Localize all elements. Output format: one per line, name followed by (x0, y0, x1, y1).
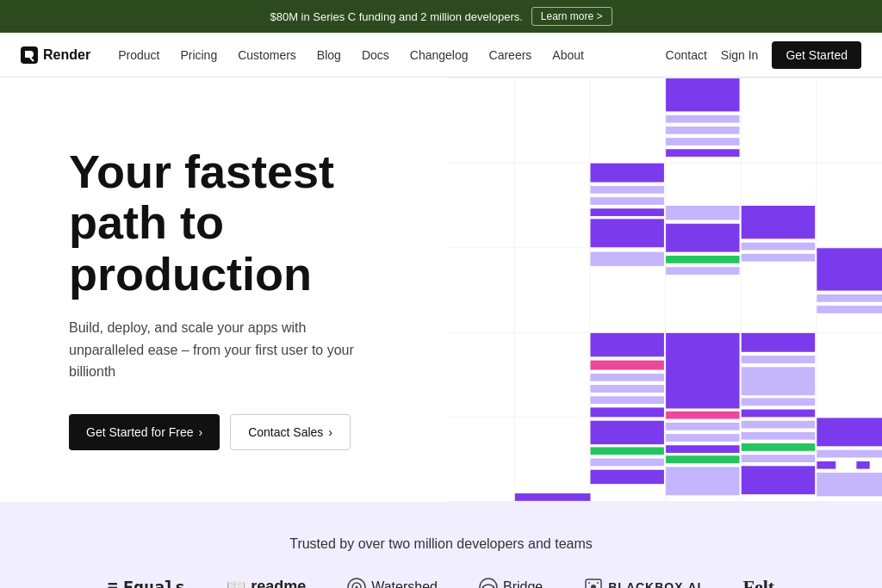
blackbox-logo: BLACKBOX.AI (584, 578, 701, 588)
svg-rect-38 (742, 254, 815, 262)
svg-rect-50 (817, 294, 882, 302)
svg-rect-15 (590, 407, 663, 417)
svg-rect-17 (590, 447, 663, 455)
svg-rect-54 (817, 461, 835, 469)
svg-rect-41 (742, 367, 815, 395)
navbar-get-started-button[interactable]: Get Started (772, 41, 861, 69)
nav-customers[interactable]: Customers (238, 48, 296, 62)
hero-buttons: Get Started for Free › Contact Sales › (69, 414, 413, 450)
svg-rect-39 (742, 333, 815, 352)
svg-rect-35 (666, 467, 739, 495)
nav-links: Product Pricing Customers Blog Docs Chan… (118, 47, 665, 63)
svg-rect-24 (666, 149, 739, 157)
render-logo-icon (21, 46, 38, 64)
readme-name: readme (251, 578, 306, 588)
svg-rect-58 (515, 493, 591, 501)
svg-rect-22 (666, 127, 739, 134)
svg-rect-34 (666, 455, 739, 463)
nav-careers[interactable]: Careers (489, 48, 532, 62)
navbar-right: Contact Sign In Get Started (666, 41, 861, 69)
svg-rect-23 (666, 138, 739, 145)
svg-rect-27 (666, 256, 739, 263)
equals-icon: ≡ (108, 577, 118, 588)
svg-rect-49 (817, 248, 882, 290)
felt-logo: Felt (742, 576, 774, 588)
logo-text: Render (43, 47, 90, 63)
svg-rect-33 (666, 445, 739, 453)
contact-link[interactable]: Contact (666, 48, 707, 62)
svg-rect-48 (742, 466, 815, 494)
equals-name: Equals (123, 577, 185, 588)
svg-rect-16 (590, 421, 663, 444)
nav-blog[interactable]: Blog (317, 48, 341, 62)
arrow-icon-secondary: › (328, 425, 332, 439)
svg-rect-43 (742, 410, 815, 418)
svg-rect-42 (742, 398, 815, 405)
bridge-logo: Bridge (479, 578, 543, 588)
svg-rect-6 (590, 197, 663, 205)
readme-logo: 📖 readme (227, 578, 306, 588)
hero-section: Your fastest path to production Build, d… (0, 77, 882, 502)
svg-rect-51 (817, 306, 882, 313)
watershed-icon (347, 578, 366, 588)
svg-rect-9 (590, 252, 663, 266)
nav-docs[interactable]: Docs (362, 48, 389, 62)
logo-link[interactable]: Render (21, 46, 90, 64)
svg-rect-19 (590, 470, 663, 484)
banner-text: $80M in Series C funding and 2 million d… (270, 10, 522, 23)
svg-rect-47 (742, 455, 815, 462)
equals-logo: ≡ Equals (108, 577, 185, 588)
svg-rect-11 (590, 361, 663, 370)
signin-link[interactable]: Sign In (721, 48, 759, 62)
svg-rect-28 (666, 267, 739, 275)
bridge-name: Bridge (503, 579, 543, 588)
bridge-icon (479, 578, 498, 588)
svg-rect-30 (666, 412, 739, 419)
contact-sales-button[interactable]: Contact Sales › (230, 414, 351, 450)
svg-rect-53 (817, 450, 882, 458)
svg-rect-21 (666, 115, 739, 123)
svg-rect-56 (856, 461, 869, 469)
nav-pricing[interactable]: Pricing (180, 48, 217, 62)
svg-rect-26 (666, 224, 739, 252)
hero-visualization (448, 77, 882, 502)
svg-point-65 (588, 582, 590, 584)
svg-rect-36 (742, 206, 815, 238)
svg-rect-13 (590, 385, 663, 393)
hero-content: Your fastest path to production Build, d… (0, 77, 448, 502)
get-started-free-button[interactable]: Get Started for Free › (69, 414, 220, 450)
svg-rect-46 (742, 443, 815, 451)
watershed-logo: Watershed (347, 578, 438, 588)
svg-rect-5 (590, 186, 663, 194)
svg-rect-52 (817, 418, 882, 446)
svg-rect-4 (590, 164, 663, 183)
trusted-section: Trusted by over two million developers a… (0, 502, 882, 588)
svg-rect-8 (590, 219, 663, 247)
nav-about[interactable]: About (552, 48, 584, 62)
blackbox-icon (584, 578, 603, 588)
learn-more-button[interactable]: Learn more > (531, 7, 612, 26)
watershed-name: Watershed (371, 579, 438, 588)
svg-rect-20 (666, 78, 739, 111)
svg-rect-32 (666, 434, 739, 442)
nav-changelog[interactable]: Changelog (410, 48, 469, 62)
svg-point-66 (597, 582, 599, 584)
blackbox-name: BLACKBOX.AI (608, 580, 701, 588)
arrow-icon: › (199, 425, 203, 439)
nav-product[interactable]: Product (118, 48, 159, 62)
svg-rect-25 (666, 206, 739, 220)
svg-rect-40 (742, 356, 815, 363)
svg-rect-55 (840, 461, 853, 469)
hero-grid-svg (448, 77, 882, 502)
svg-rect-7 (590, 208, 663, 216)
svg-rect-57 (817, 473, 882, 496)
svg-rect-31 (666, 423, 739, 430)
svg-rect-44 (742, 421, 815, 429)
readme-icon: 📖 (227, 578, 245, 588)
svg-rect-37 (742, 243, 815, 251)
svg-rect-10 (590, 333, 663, 356)
svg-rect-12 (590, 374, 663, 381)
navbar: Render Product Pricing Customers Blog Do… (0, 33, 882, 77)
svg-rect-45 (742, 432, 815, 440)
logos-row: ≡ Equals 📖 readme Watershed Bridge (17, 576, 865, 588)
